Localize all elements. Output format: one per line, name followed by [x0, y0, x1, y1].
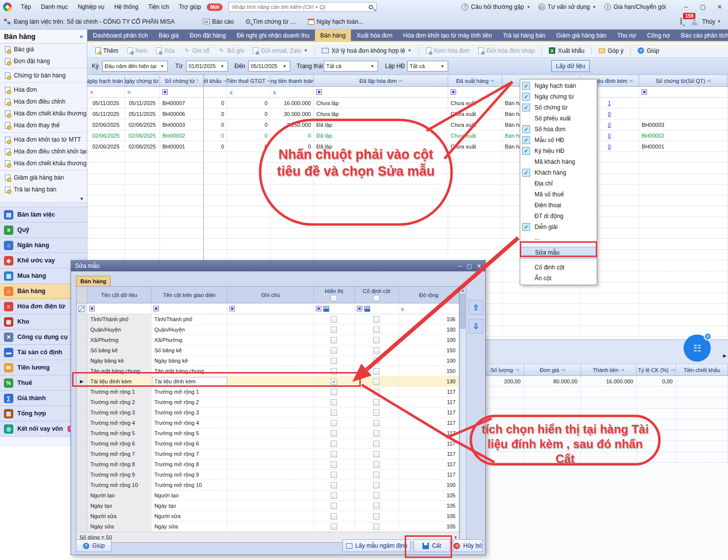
col-filter-7[interactable] — [448, 87, 502, 97]
sidebar-item-2-2[interactable]: Hóa đơn chiết khấu thương... — [0, 108, 87, 119]
faq-link[interactable]: ? Câu hỏi thường gặp▼ — [459, 3, 533, 10]
cell-display-name[interactable]: Trường mở rộng 4 — [152, 418, 228, 428]
col-filter-0[interactable]: = — [87, 87, 125, 97]
filter-split-icon[interactable] — [364, 306, 370, 312]
cell-display-name[interactable]: Quận/Huyện — [152, 325, 228, 335]
consult-link[interactable]: ☊ Tư vấn sử dụng▼ — [536, 3, 599, 10]
dialog-row-9[interactable]: Trường mở rộng 3Trường mở rộng 3117 — [77, 408, 459, 418]
cell-note[interactable] — [228, 408, 314, 417]
cell-note[interactable] — [228, 480, 314, 490]
checkbox-icon[interactable] — [331, 410, 337, 416]
dialog-col-filter-0[interactable] — [87, 303, 152, 314]
cell[interactable] — [639, 109, 728, 119]
cell-column-name[interactable]: Tài liệu đính kèm — [87, 376, 152, 386]
cell-frozen[interactable] — [355, 397, 399, 407]
user-name[interactable]: Thùy — [702, 18, 715, 25]
tab-1[interactable]: Báo giá — [153, 30, 184, 41]
detail-col-header-2[interactable]: Thành tiền⊣ — [581, 364, 637, 375]
col-filter-6[interactable] — [314, 87, 448, 97]
dialog-col-filter-2[interactable] — [228, 303, 314, 314]
cell-frozen[interactable] — [355, 335, 399, 345]
dialog-col-header-5[interactable]: Độ rộng — [399, 287, 459, 303]
cell[interactable]: 05/11/2025 — [87, 109, 125, 119]
toolbar-add-document-button[interactable]: Thêm — [91, 45, 122, 57]
cell-width[interactable]: 150 — [399, 345, 459, 355]
dialog-row-1[interactable]: Quận/HuyệnQuận/Huyện100 — [77, 325, 459, 335]
dialog-row-5[interactable]: Tên mặt hàng chungTên mặt hàng chung150 — [77, 366, 459, 376]
cell[interactable]: BH00002 — [639, 130, 728, 141]
dialog-help-button[interactable]: ? Giúp — [76, 539, 112, 552]
cell-width[interactable]: 117 — [399, 418, 459, 428]
dialog-col-header-0[interactable]: Tên cột dữ liệu — [87, 287, 152, 303]
cell-note[interactable] — [228, 387, 314, 397]
tab-4[interactable]: Bán hàng — [315, 30, 351, 41]
cell-display-name[interactable]: Tên mặt hàng chung — [152, 366, 228, 376]
cell-display-name[interactable]: Trường mở rộng 10 — [152, 480, 228, 490]
attachment-count-link[interactable]: 1 — [608, 100, 611, 106]
col-header-0[interactable]: Ngày hạch toán⊺ — [87, 75, 125, 86]
checkbox-icon[interactable] — [331, 420, 337, 426]
col-header-6[interactable]: Đã lập hóa đơn⊣ — [314, 75, 448, 86]
cell[interactable]: 05/11/2025 — [125, 109, 160, 119]
tab-3[interactable]: Đề nghị ghi nhận doanh thu — [231, 30, 314, 41]
tack-icon[interactable]: ⊣ — [223, 78, 227, 83]
cell-frozen[interactable] — [355, 314, 399, 324]
context-menu-item-4[interactable]: ✓Số hóa đơn — [520, 124, 597, 135]
checkbox-icon[interactable] — [373, 327, 380, 333]
checkbox-icon[interactable] — [373, 492, 380, 499]
dialog-col-header-4[interactable]: Cố định cột — [355, 287, 399, 303]
cell[interactable]: Chưa xuất — [448, 109, 502, 119]
col-filter-1[interactable]: = — [125, 87, 160, 97]
checkbox-icon[interactable] — [331, 368, 337, 374]
cell-width[interactable]: 100 — [399, 325, 459, 335]
cell[interactable]: BH00003 — [160, 119, 204, 130]
cell-display-name[interactable]: Tỉnh/Thành phố — [152, 314, 228, 324]
cell-column-name[interactable]: Xã/Phường — [87, 335, 152, 345]
cell-visible[interactable] — [314, 356, 355, 366]
tab-5[interactable]: Xuất hóa đơn — [351, 30, 398, 41]
cell-column-name[interactable]: Người sửa — [87, 511, 152, 521]
cell[interactable]: 0 — [227, 98, 270, 108]
cell[interactable]: Chưa xuất — [448, 130, 502, 141]
expand-panel-icon[interactable]: ▶ — [723, 353, 727, 358]
feature-search[interactable] — [229, 2, 377, 12]
fetch-data-button[interactable]: Lấy dữ liệu — [551, 60, 590, 72]
dialog-row-17[interactable]: Người tạoNgười tạo105 — [77, 490, 459, 501]
checkbox-icon[interactable] — [331, 430, 337, 437]
filter-checkbox-icon[interactable] — [316, 306, 321, 311]
dialog-row-2[interactable]: Xã/PhườngXã/Phường100 — [77, 335, 459, 345]
cell[interactable] — [639, 98, 728, 108]
detail-row[interactable]: 200,0080.000,0016.000.0000,00 — [486, 376, 728, 387]
checkbox-icon[interactable] — [373, 482, 380, 488]
cell[interactable]: Chưa xuất — [448, 141, 502, 151]
col-header-2[interactable]: Số chứng từ⊺ — [160, 75, 204, 86]
sidebar-item-3-0[interactable]: Hóa đơn khởi tạo từ MTT — [0, 134, 87, 146]
cell-width[interactable]: 105 — [399, 511, 459, 521]
checkbox-icon[interactable] — [331, 492, 337, 499]
context-menu-item-14[interactable]: ... — [520, 232, 597, 243]
context-menu-item-12[interactable]: ĐT di động — [520, 211, 597, 222]
cell-width[interactable]: 150 — [399, 366, 459, 376]
cell-frozen[interactable] — [355, 325, 399, 335]
col-header-3[interactable]: ết khấu⊣ — [204, 75, 227, 86]
search-input[interactable] — [232, 4, 369, 10]
cell-display-name[interactable]: Trường mở rộng 2 — [152, 397, 228, 407]
attachment-count-link[interactable]: 0 — [608, 144, 611, 149]
cell-display-name[interactable]: Người tạo — [152, 490, 228, 500]
cell[interactable]: Đã lập — [314, 130, 448, 141]
toolbar-feedback-button[interactable]: Góp ý — [595, 45, 627, 57]
close-button[interactable]: ✕ — [711, 0, 728, 13]
dialog-maximize-icon[interactable]: ▢ — [466, 263, 471, 269]
filter-checkbox-icon[interactable] — [162, 89, 168, 95]
sidebar-item-3-1[interactable]: Hóa đơn điều chỉnh khởi tạo... — [0, 146, 87, 157]
cell-note[interactable] — [228, 356, 314, 366]
cell-note[interactable] — [228, 335, 314, 345]
cell-note[interactable] — [228, 345, 314, 355]
tab-10[interactable]: Công nợ — [642, 30, 676, 41]
sidebar-item-2-1[interactable]: Hóa đơn điều chỉnh — [0, 96, 87, 108]
cell[interactable]: BH00001 — [639, 141, 728, 151]
cell-column-name[interactable]: Trường mở rộng 2 — [87, 397, 152, 407]
filter-checkbox-icon[interactable] — [357, 306, 362, 311]
cell[interactable]: 0 — [227, 109, 270, 119]
cell-frozen[interactable] — [355, 408, 399, 417]
